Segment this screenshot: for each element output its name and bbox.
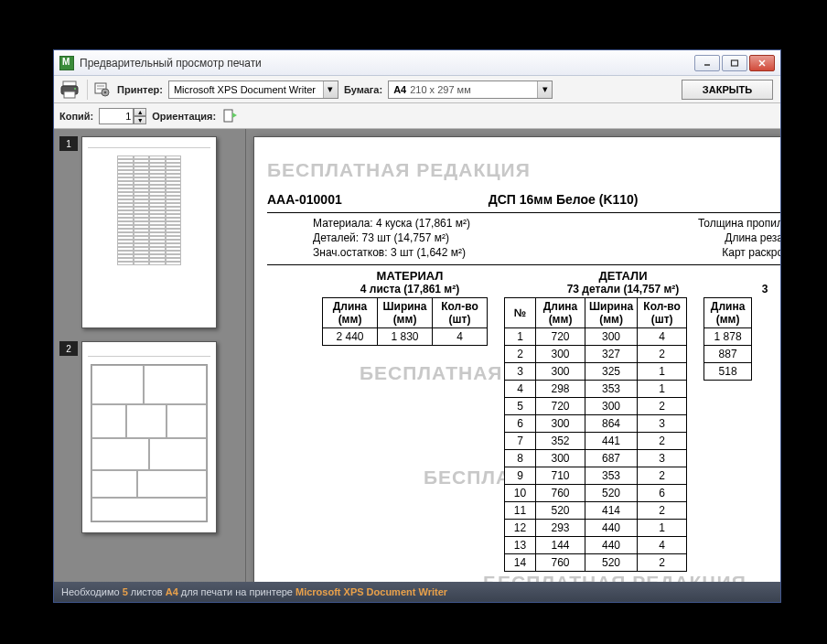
table-row: 518 (704, 363, 752, 381)
table-row: 83006873 (505, 450, 687, 467)
titlebar: Предварительный просмотр печати (54, 50, 780, 76)
table-row: 63008643 (505, 415, 687, 433)
table-row: 887 (704, 346, 752, 363)
thumbnail-page-2 (81, 341, 217, 533)
table-row: 131444404 (505, 537, 687, 554)
chevron-down-icon: ▾ (323, 81, 338, 98)
table-row: 17203004 (505, 328, 687, 346)
maximize-button[interactable] (722, 55, 747, 71)
app-icon (59, 56, 74, 70)
orientation-label: Ориентация: (152, 111, 216, 122)
toolbar-secondary: Копий: ▲▼ Ориентация: (54, 103, 780, 129)
separator (87, 80, 88, 100)
page-preview: БЕСПЛАТНАЯ РЕДАКЦИЯ AAA-010001 ДСП 16мм … (253, 136, 780, 582)
table-row: 57203002 (505, 398, 687, 415)
svg-rect-6 (64, 91, 75, 98)
watermark: БЕСПЛАТНАЯ РЕДАКЦИЯ (267, 159, 780, 181)
thumbnail-item[interactable]: 1 (59, 136, 240, 328)
remains-table: Длина (мм) 1 878887518 (703, 297, 752, 381)
col-length: Длина (мм) (704, 298, 752, 328)
section-details-title: ДЕТАЛИ (527, 269, 719, 283)
document-id: AAA-010001 (267, 192, 342, 207)
content-area: 1 2 (54, 129, 780, 582)
thumbnail-item[interactable]: 2 (59, 341, 240, 533)
table-row: 107605206 (505, 485, 687, 502)
table-row: 97103532 (505, 467, 687, 485)
spin-down-button[interactable]: ▼ (134, 116, 146, 124)
chevron-down-icon: ▾ (537, 81, 552, 98)
status-printer: Microsoft XPS Document Writer (295, 586, 447, 597)
printer-combo[interactable]: Microsoft XPS Document Writer ▾ (168, 80, 338, 99)
copies-input[interactable] (99, 108, 134, 124)
watermark: БЕСПЛАТНАЯ РЕДАКЦИЯ (483, 572, 746, 582)
table-row: 115204142 (505, 502, 687, 520)
material-subtitle: 4 листа (17,861 м²) (322, 283, 498, 295)
copies-spinner[interactable]: ▲▼ (99, 108, 146, 124)
status-bar: Необходимо 5 листов A4 для печати на при… (54, 582, 780, 602)
table-row: 2 4401 8304 (323, 328, 488, 346)
thumbnail-number: 2 (59, 341, 78, 356)
spin-up-button[interactable]: ▲ (134, 108, 146, 116)
section-material-title: МАТЕРИАЛ (322, 269, 498, 283)
close-window-button[interactable] (749, 55, 775, 71)
svg-rect-13 (224, 110, 232, 122)
info-materials: Материала: 4 куска (17,861 м²) (267, 217, 523, 230)
printer-value: Microsoft XPS Document Writer (169, 84, 323, 95)
paper-combo[interactable]: A4210 x 297 мм ▾ (388, 80, 553, 99)
status-sheets: 5 (123, 586, 128, 597)
details-table: № Длина (мм) Ширина (мм) Кол-во (шт) 172… (504, 297, 687, 572)
col-length: Длина (мм) (536, 298, 585, 328)
table-row: 33003251 (505, 363, 687, 381)
print-icon[interactable] (59, 80, 81, 100)
thumbnail-number: 1 (59, 136, 78, 151)
info-kerf: Толщина пропила: 4 (523, 217, 780, 230)
col-num: № (505, 298, 536, 328)
toolbar-main: Принтер: Microsoft XPS Document Writer ▾… (54, 76, 780, 103)
col-width: Ширина (мм) (378, 298, 433, 328)
status-format: A4 (166, 586, 178, 597)
col-qty: Кол-во (шт) (433, 298, 488, 328)
svg-point-7 (74, 88, 76, 90)
thumbnail-panel[interactable]: 1 2 (54, 129, 246, 582)
material-name: ДСП 16мм Белое (K110) (489, 192, 639, 207)
table-row: 1 878 (704, 328, 752, 346)
material-table: Длина (мм) Ширина (мм) Кол-во (шт) 2 440… (322, 297, 488, 346)
print-preview-window: Предварительный просмотр печати Принтер:… (53, 49, 781, 603)
thumbnail-page-1 (81, 136, 217, 328)
details-subtitle: 73 детали (14,757 м²) (527, 283, 719, 295)
window-title: Предварительный просмотр печати (80, 57, 694, 70)
svg-rect-1 (732, 60, 738, 66)
table-row: 42983531 (505, 381, 687, 398)
paper-label: Бумага: (344, 84, 382, 95)
orientation-icon[interactable] (221, 107, 240, 125)
table-row: 23003272 (505, 346, 687, 363)
svg-point-12 (104, 91, 107, 93)
minimize-button[interactable] (694, 55, 720, 71)
info-details: Деталей: 73 шт (14,757 м²) (267, 231, 523, 244)
printer-label: Принтер: (117, 84, 163, 95)
svg-rect-4 (63, 81, 76, 86)
table-row: 147605202 (505, 554, 687, 572)
third-subtitle: 3 (737, 283, 780, 295)
paper-value: A4 (393, 84, 406, 95)
paper-dimensions: 210 x 297 мм (410, 84, 471, 95)
preview-panel[interactable]: БЕСПЛАТНАЯ РЕДАКЦИЯ AAA-010001 ДСП 16мм … (246, 129, 780, 582)
info-remains: Знач.остатков: 3 шт (1,642 м²) (267, 246, 523, 259)
copies-label: Копий: (59, 111, 93, 122)
info-maps: Карт раскроя: 4 (523, 246, 780, 259)
table-row: 122934401 (505, 520, 687, 537)
col-width: Ширина (мм) (585, 298, 638, 328)
col-length: Длина (мм) (323, 298, 378, 328)
info-cutlen: Длина реза: 89 (523, 231, 780, 244)
printer-settings-icon[interactable] (93, 80, 112, 99)
table-row: 73524412 (505, 433, 687, 450)
col-qty: Кол-во (шт) (638, 298, 687, 328)
close-button[interactable]: ЗАКРЫТЬ (682, 80, 773, 100)
